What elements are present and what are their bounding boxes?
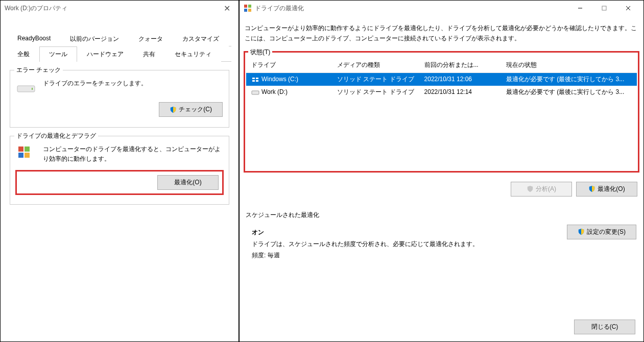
svg-rect-4 bbox=[18, 153, 23, 158]
optimize-button[interactable]: 最適化(O) bbox=[157, 175, 219, 190]
close-icon[interactable]: ✕ bbox=[219, 4, 234, 13]
close-button[interactable] bbox=[616, 1, 639, 15]
col-media[interactable]: メディアの種類 bbox=[332, 58, 419, 73]
app-icon bbox=[244, 4, 252, 12]
svg-rect-18 bbox=[256, 80, 258, 82]
shield-icon bbox=[170, 106, 177, 113]
drive-row-icon bbox=[251, 89, 259, 95]
optimize-text: コンピューターのドライブを最適化すると、コンピューターがより効率的に動作します。 bbox=[43, 144, 223, 164]
svg-rect-15 bbox=[252, 78, 255, 79]
tab-security[interactable]: セキュリティ bbox=[165, 46, 221, 62]
svg-rect-11 bbox=[602, 6, 606, 10]
tab-row-top: ReadyBoost 以前のバージョン クォータ カスタマイズ bbox=[8, 31, 231, 46]
drive-last: 2022/10/31 12:14 bbox=[419, 86, 501, 99]
schedule-status: オン bbox=[252, 229, 264, 236]
drive-state: 最適化が必要です (最後に実行してから 3... bbox=[501, 86, 637, 99]
drive-name: Work (D:) bbox=[261, 88, 288, 95]
table-row[interactable]: Work (D:)ソリッド ステート ドライブ2022/10/31 12:14最… bbox=[246, 86, 637, 99]
svg-rect-5 bbox=[25, 153, 30, 158]
col-drive[interactable]: ドライブ bbox=[246, 58, 332, 73]
action-buttons: 分析(A) 最適化(O) bbox=[240, 175, 643, 204]
schedule-heading: スケジュールされた最適化 bbox=[241, 211, 642, 219]
tab-previous-versions[interactable]: 以前のバージョン bbox=[60, 31, 129, 46]
check-button-label: チェック(C) bbox=[179, 105, 212, 114]
check-button[interactable]: チェック(C) bbox=[159, 102, 223, 117]
drives-table: ドライブ メディアの種類 前回の分析または... 現在の状態 Windows (… bbox=[246, 58, 637, 99]
window-title: Work (D:)のプロパティ bbox=[5, 4, 219, 13]
tab-sharing[interactable]: 共有 bbox=[133, 46, 165, 62]
maximize-button[interactable] bbox=[592, 1, 615, 15]
tab-row-bottom: 全般 ツール ハードウェア 共有 セキュリティ bbox=[8, 46, 231, 62]
svg-rect-6 bbox=[244, 5, 247, 8]
tab-tools[interactable]: ツール bbox=[39, 46, 77, 62]
optimize-drives-dialog: ドライブの最適化 コンピューターがより効率的に動作するようにドライブを最適化した… bbox=[239, 0, 644, 342]
close-dialog-button[interactable]: 閉じる(C) bbox=[574, 320, 635, 334]
titlebar: ドライブの最適化 bbox=[240, 1, 643, 16]
optimize-legend: ドライブの最適化とデフラグ bbox=[14, 132, 98, 140]
shield-icon bbox=[527, 185, 534, 192]
defrag-icon bbox=[16, 144, 37, 161]
svg-rect-3 bbox=[25, 146, 30, 152]
window-title: ドライブの最適化 bbox=[255, 4, 568, 13]
optimize-button-label: 最適化(O) bbox=[174, 178, 201, 187]
drive-row-icon bbox=[251, 77, 259, 83]
tab-hardware[interactable]: ハードウェア bbox=[77, 46, 133, 62]
tab-readyboost[interactable]: ReadyBoost bbox=[8, 31, 60, 46]
description-text: コンピューターがより効率的に動作するようにドライブを最適化したり、ドライブを分析… bbox=[240, 16, 643, 49]
shield-icon bbox=[588, 185, 595, 192]
drive-media: ソリッド ステート ドライブ bbox=[332, 86, 419, 99]
analyze-button-label: 分析(A) bbox=[536, 185, 556, 193]
svg-rect-17 bbox=[252, 80, 255, 82]
svg-rect-9 bbox=[248, 9, 251, 12]
tab-customize[interactable]: カスタマイズ bbox=[173, 31, 229, 46]
error-check-group: エラー チェック ドライブのエラーをチェックします。 チェック(C) bbox=[10, 70, 229, 128]
properties-dialog: Work (D:)のプロパティ ✕ ReadyBoost 以前のバージョン クォ… bbox=[0, 0, 239, 342]
svg-rect-19 bbox=[252, 91, 259, 94]
optimize-drives-button[interactable]: 最適化(O) bbox=[576, 182, 637, 197]
svg-rect-16 bbox=[256, 78, 258, 79]
tab-quota[interactable]: クォータ bbox=[129, 31, 173, 46]
svg-rect-8 bbox=[244, 9, 247, 12]
drive-icon bbox=[16, 79, 37, 95]
shield-icon bbox=[578, 228, 585, 235]
analyze-button[interactable]: 分析(A) bbox=[511, 182, 572, 197]
tab-general[interactable]: 全般 bbox=[8, 46, 39, 62]
col-state[interactable]: 現在の状態 bbox=[501, 58, 637, 73]
svg-rect-7 bbox=[248, 5, 251, 8]
close-dialog-label: 閉じる(C) bbox=[591, 323, 618, 331]
drive-name: Windows (C:) bbox=[261, 76, 298, 83]
schedule-section: スケジュールされた最適化 オン ドライブは、スケジュールされた頻度で分析され、必… bbox=[240, 204, 643, 270]
error-check-legend: エラー チェック bbox=[14, 66, 63, 75]
drive-state: 最適化が必要です (最後に実行してから 3... bbox=[501, 72, 637, 86]
svg-rect-2 bbox=[18, 146, 23, 152]
status-group: 状態(T) ドライブ メディアの種類 前回の分析または... 現在の状態 Win… bbox=[245, 52, 638, 172]
schedule-text: ドライブは、スケジュールされた頻度で分析され、必要に応じて最適化されます。 bbox=[252, 240, 479, 248]
drive-last: 2022/10/31 12:06 bbox=[419, 72, 501, 86]
drive-media: ソリッド ステート ドライブ bbox=[332, 72, 419, 86]
optimize-drives-button-label: 最適化(O) bbox=[598, 185, 625, 193]
titlebar: Work (D:)のプロパティ ✕ bbox=[1, 1, 238, 16]
schedule-frequency: 頻度: 毎週 bbox=[252, 252, 280, 259]
minimize-button[interactable] bbox=[568, 1, 591, 15]
change-settings-label: 設定の変更(S) bbox=[587, 228, 626, 236]
footer: 閉じる(C) bbox=[574, 320, 635, 334]
optimize-group: ドライブの最適化とデフラグ コンピューターのドライブを最適化すると、コンピュータ… bbox=[10, 136, 229, 205]
error-check-text: ドライブのエラーをチェックします。 bbox=[43, 79, 223, 88]
svg-rect-14 bbox=[251, 77, 259, 83]
status-legend: 状態(T) bbox=[248, 48, 272, 57]
col-last[interactable]: 前回の分析または... bbox=[419, 58, 501, 73]
change-settings-button[interactable]: 設定の変更(S) bbox=[567, 225, 636, 239]
content-area: ReadyBoost 以前のバージョン クォータ カスタマイズ 全般 ツール ハ… bbox=[1, 16, 238, 218]
svg-rect-1 bbox=[32, 88, 33, 90]
table-row[interactable]: Windows (C:)ソリッド ステート ドライブ2022/10/31 12:… bbox=[246, 72, 637, 86]
